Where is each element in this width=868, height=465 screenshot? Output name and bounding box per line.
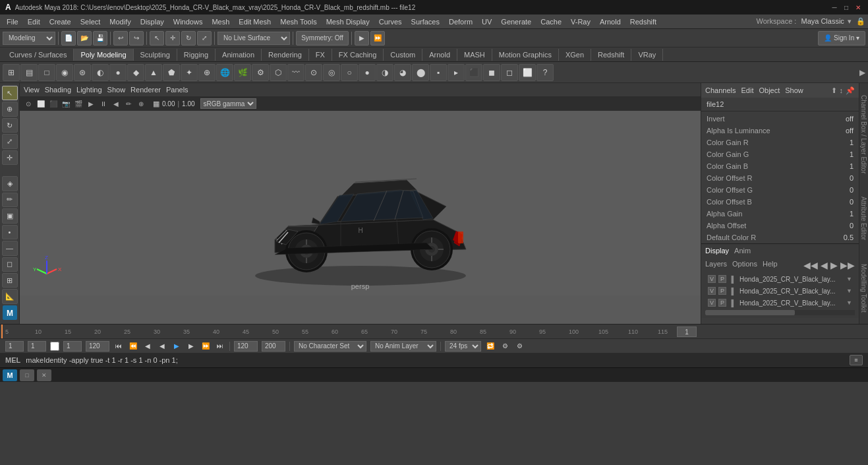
gamma-dropdown[interactable]: sRGB gamma bbox=[200, 98, 256, 109]
shelf-icon-25[interactable]: ▪ bbox=[430, 64, 447, 81]
tab-xgen[interactable]: XGen bbox=[559, 49, 591, 61]
vertex-mode[interactable]: • bbox=[2, 225, 18, 239]
shelf-icon-30[interactable]: ⬜ bbox=[519, 64, 536, 81]
menu-generate[interactable]: Generate bbox=[497, 16, 535, 27]
sign-in-button[interactable]: 👤 Sign In ▾ bbox=[818, 31, 865, 46]
attr-alpha-luminance[interactable]: Alpha Is Luminance off bbox=[701, 125, 859, 137]
move-tool-button[interactable]: ✛ bbox=[165, 31, 180, 46]
next-frame-button[interactable]: ⏩ bbox=[200, 341, 211, 352]
edge-mode[interactable]: — bbox=[2, 241, 18, 255]
shelf-icon-17[interactable]: 〰 bbox=[287, 64, 304, 81]
current-frame-input[interactable] bbox=[28, 341, 46, 352]
menu-display[interactable]: Display bbox=[136, 16, 168, 27]
timeline-ruler[interactable]: 5 10 15 20 25 30 35 40 45 50 55 60 65 70… bbox=[0, 324, 868, 338]
display-tab[interactable]: Display bbox=[705, 247, 729, 255]
soft-select-tool[interactable] bbox=[2, 166, 18, 175]
tab-arnold[interactable]: Arnold bbox=[422, 49, 457, 61]
vp-tool-snap[interactable]: ⊕ bbox=[135, 98, 147, 109]
menu-edit-mesh[interactable]: Edit Mesh bbox=[235, 16, 275, 27]
modelling-toolkit-label[interactable]: Modelling Toolkit bbox=[860, 261, 867, 315]
vp-tool-camera[interactable]: 📷 bbox=[60, 98, 72, 109]
rotate-tool[interactable]: ↻ bbox=[2, 118, 18, 133]
layer-v-1[interactable]: V bbox=[708, 275, 716, 283]
attr-alpha-offset[interactable]: Alpha Offset 0 bbox=[701, 220, 859, 232]
loop-icon[interactable]: 🔁 bbox=[485, 341, 496, 352]
render-button[interactable]: ▶ bbox=[355, 31, 369, 46]
menu-cache[interactable]: Cache bbox=[536, 16, 565, 27]
rotate-tool-button[interactable]: ↻ bbox=[181, 31, 196, 46]
channel-edit-menu[interactable]: Edit bbox=[741, 86, 753, 94]
viewport-menu-shading[interactable]: Shading bbox=[45, 86, 71, 94]
menu-mesh-display[interactable]: Mesh Display bbox=[322, 16, 374, 27]
attr-color-gain-r[interactable]: Color Gain R 1 bbox=[701, 137, 859, 148]
menu-arnold[interactable]: Arnold bbox=[596, 16, 625, 27]
frame-field-3[interactable] bbox=[63, 341, 82, 352]
layers-help[interactable]: Help bbox=[763, 260, 778, 270]
shelf-icon-16[interactable]: ⬡ bbox=[270, 64, 287, 81]
tab-redshift[interactable]: Redshift bbox=[591, 49, 631, 61]
expand2-icon[interactable]: ↕ bbox=[840, 86, 844, 95]
taskbar-icon-3[interactable]: ✕ bbox=[37, 369, 51, 381]
viewport-menu-lighting[interactable]: Lighting bbox=[76, 86, 102, 94]
viewport[interactable]: View Shading Lighting Show Renderer Pane… bbox=[20, 83, 701, 324]
shelf-icon-31[interactable]: ? bbox=[536, 64, 554, 81]
symmetry-button[interactable]: Symmetry: Off bbox=[296, 31, 349, 46]
command-history-button[interactable]: ≡ bbox=[850, 355, 863, 365]
lasso-tool[interactable]: ◈ bbox=[2, 176, 18, 191]
vp-tool-6[interactable]: ▶ bbox=[85, 98, 97, 109]
frame-120-1[interactable] bbox=[234, 341, 258, 352]
attr-color-gain-g[interactable]: Color Gain G 1 bbox=[701, 148, 859, 160]
scale-tool-button[interactable]: ⤢ bbox=[197, 31, 212, 46]
shelf-icon-8[interactable]: ◆ bbox=[127, 64, 144, 81]
menu-mesh[interactable]: Mesh bbox=[208, 16, 233, 27]
viewport-menu-renderer[interactable]: Renderer bbox=[130, 86, 161, 94]
workspace-dropdown-icon[interactable]: ▾ bbox=[848, 17, 852, 25]
layers-scrollbar-thumb[interactable] bbox=[705, 310, 795, 315]
menu-file[interactable]: File bbox=[3, 16, 22, 27]
attr-invert[interactable]: Invert off bbox=[701, 113, 859, 125]
title-bar-controls[interactable]: ─ □ ✕ bbox=[830, 3, 863, 12]
attribute-editor-label[interactable]: Attribute Editor bbox=[860, 194, 867, 243]
shelf-icon-23[interactable]: ◕ bbox=[394, 64, 411, 81]
paint-tool[interactable]: ✏ bbox=[2, 193, 18, 207]
anim-tab[interactable]: Anim bbox=[734, 247, 751, 255]
vp-tool-1[interactable]: ⊙ bbox=[22, 98, 34, 109]
menu-windows[interactable]: Windows bbox=[169, 16, 207, 27]
shelf-scroll-right[interactable]: ▶ bbox=[859, 68, 865, 77]
layer-v-3[interactable]: V bbox=[708, 299, 716, 307]
menu-uv[interactable]: UV bbox=[478, 16, 496, 27]
minimize-button[interactable]: ─ bbox=[830, 3, 839, 12]
shelf-icon-20[interactable]: ○ bbox=[341, 64, 358, 81]
layer-play-icon[interactable]: ◀ bbox=[821, 260, 828, 270]
save-scene-button[interactable]: 💾 bbox=[93, 31, 107, 46]
settings-icon-1[interactable]: ⚙ bbox=[500, 341, 510, 352]
attr-color-offset-g[interactable]: Color Offset G 0 bbox=[701, 184, 859, 196]
shelf-icon-26[interactable]: ▸ bbox=[448, 64, 465, 81]
tab-poly-modeling[interactable]: Poly Modeling bbox=[74, 49, 133, 61]
menu-edit[interactable]: Edit bbox=[24, 16, 44, 27]
shelf-icon-9[interactable]: ▲ bbox=[145, 64, 162, 81]
shelf-icon-21[interactable]: ● bbox=[359, 64, 376, 81]
tab-animation[interactable]: Animation bbox=[216, 49, 262, 61]
layer-p-1[interactable]: P bbox=[718, 275, 726, 283]
modeling-dropdown[interactable]: Modeling bbox=[3, 32, 55, 45]
shelf-icon-28[interactable]: ◼ bbox=[483, 64, 500, 81]
channel-object-menu[interactable]: Object bbox=[759, 86, 780, 94]
layers-menu[interactable]: Layers bbox=[705, 260, 727, 270]
maximize-button[interactable]: □ bbox=[842, 3, 851, 12]
tab-mash[interactable]: MASH bbox=[457, 49, 492, 61]
layer-p-3[interactable]: P bbox=[718, 299, 726, 307]
menu-redshift[interactable]: Redshift bbox=[626, 16, 660, 27]
shelf-icon-14[interactable]: 🌿 bbox=[234, 64, 251, 81]
character-set-dropdown[interactable]: No Character Set bbox=[294, 341, 366, 352]
shelf-icon-5[interactable]: ⊛ bbox=[74, 64, 91, 81]
attr-color-offset-b[interactable]: Color Offset B 0 bbox=[701, 196, 859, 208]
vp-tool-3[interactable]: ⬛ bbox=[47, 98, 59, 109]
tab-curves-surfaces[interactable]: Curves / Surfaces bbox=[3, 49, 74, 61]
shelf-icon-2[interactable]: ▤ bbox=[20, 64, 38, 81]
close-button[interactable]: ✕ bbox=[854, 3, 863, 12]
layer-row-3[interactable]: V P ▐ Honda_2025_CR_V_Black_lay... ▼ bbox=[705, 297, 855, 309]
timeline-frame-input[interactable] bbox=[677, 326, 697, 337]
shelf-icon-15[interactable]: ⚙ bbox=[252, 64, 269, 81]
ipr-render-button[interactable]: ⏩ bbox=[370, 31, 385, 46]
